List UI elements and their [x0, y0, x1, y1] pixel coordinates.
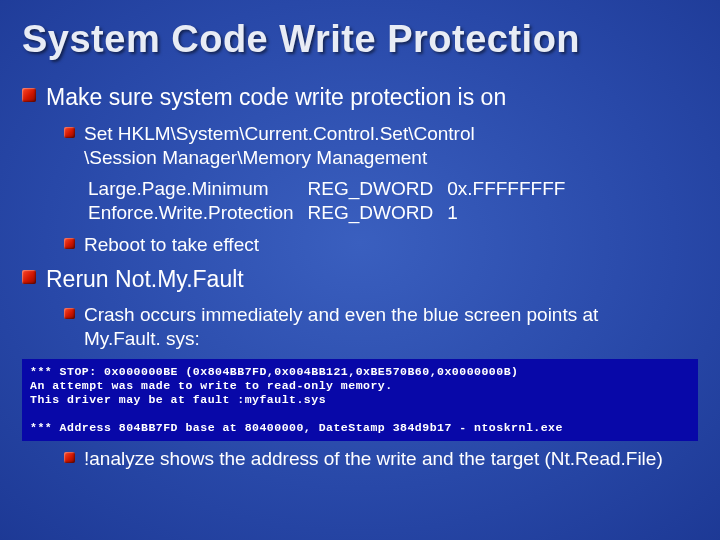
registry-values: Large.Page.Minimum REG_DWORD 0x.FFFFFFFF…: [88, 177, 698, 225]
blue-screen-dump: *** STOP: 0x000000BE (0x804BB7FD,0x004BB…: [22, 359, 698, 441]
reg-type: REG_DWORD: [308, 177, 448, 201]
table-row: Enforce.Write.Protection REG_DWORD 1: [88, 201, 579, 225]
reg-path-line2: \Session Manager\Memory Management: [84, 147, 427, 168]
reg-value: 0x.FFFFFFFF: [447, 177, 579, 201]
bsod-line: An attempt was made to write to read-onl…: [30, 379, 393, 392]
bullet-lvl2: Reboot to take effect: [64, 233, 698, 257]
bullet-lvl2: !analyze shows the address of the write …: [64, 447, 698, 471]
square-bullet-icon: [64, 308, 75, 319]
square-bullet-icon: [64, 127, 75, 138]
square-bullet-icon: [64, 238, 75, 249]
bullet-lvl1: Rerun Not.My.Fault: [22, 265, 698, 294]
square-bullet-icon: [22, 88, 36, 102]
bullet-text: Rerun Not.My.Fault: [46, 265, 244, 294]
reg-type: REG_DWORD: [308, 201, 448, 225]
square-bullet-icon: [64, 452, 75, 463]
crash-text-line1: Crash occurs immediately and even the bl…: [84, 304, 598, 325]
bullet-lvl2: Crash occurs immediately and even the bl…: [64, 303, 698, 351]
reg-name: Enforce.Write.Protection: [88, 201, 308, 225]
reg-value: 1: [447, 201, 579, 225]
bullet-lvl2: Set HKLM\System\Current.Control.Set\Cont…: [64, 122, 698, 170]
square-bullet-icon: [22, 270, 36, 284]
bullet-text: Make sure system code write protection i…: [46, 83, 506, 112]
reg-name: Large.Page.Minimum: [88, 177, 308, 201]
reg-path-line1: Set HKLM\System\Current.Control.Set\Cont…: [84, 123, 475, 144]
crash-text-line2: My.Fault. sys:: [84, 328, 200, 349]
bullet-text: Set HKLM\System\Current.Control.Set\Cont…: [84, 122, 475, 170]
bullet-lvl1: Make sure system code write protection i…: [22, 83, 698, 112]
bsod-line: *** Address 804BB7FD base at 80400000, D…: [30, 421, 563, 434]
bullet-text: Reboot to take effect: [84, 233, 259, 257]
bsod-line: This driver may be at fault :myfault.sys: [30, 393, 326, 406]
slide-title: System Code Write Protection: [22, 18, 698, 61]
bullet-text: !analyze shows the address of the write …: [84, 447, 663, 471]
bullet-text: Crash occurs immediately and even the bl…: [84, 303, 598, 351]
bsod-line: *** STOP: 0x000000BE (0x804BB7FD,0x004BB…: [30, 365, 518, 378]
table-row: Large.Page.Minimum REG_DWORD 0x.FFFFFFFF: [88, 177, 579, 201]
